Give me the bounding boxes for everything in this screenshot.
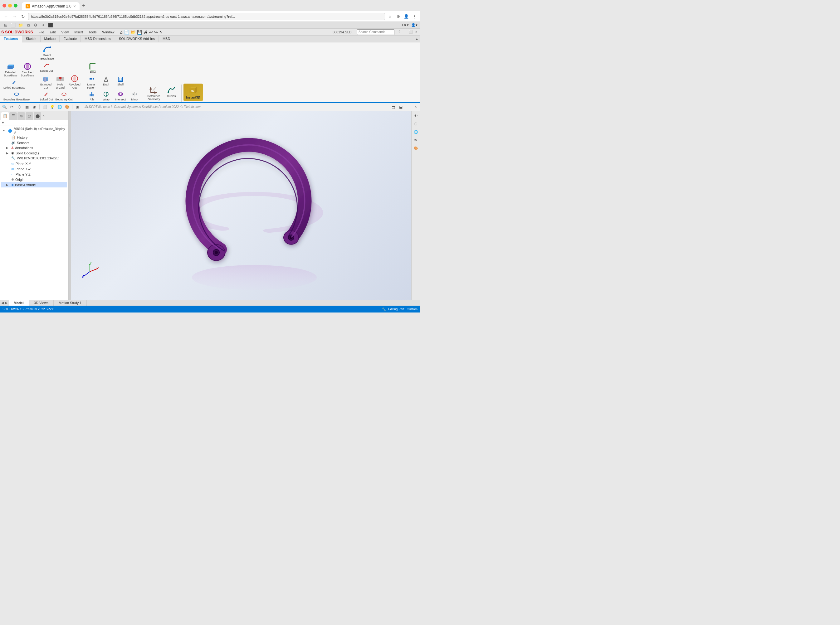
sw-close-btn[interactable]: × <box>414 30 419 35</box>
extruded-cut-btn[interactable]: ExtrudedCut <box>39 74 53 90</box>
viewport[interactable]: X Y Z <box>71 111 411 300</box>
tree-tab-features[interactable]: 📋 <box>1 112 9 120</box>
view-color-icon[interactable]: 🎨 <box>64 104 70 110</box>
command-search-input[interactable] <box>357 29 394 35</box>
os-settings-icon[interactable]: ⚙ <box>33 22 39 28</box>
view-section-icon[interactable]: ✂ <box>9 104 15 110</box>
nav-next-btn[interactable]: ▶ <box>5 301 8 305</box>
bookmark-icon[interactable]: ☆ <box>387 13 393 20</box>
tree-item-annotations[interactable]: ▶ A Annotations <box>1 145 67 150</box>
tab-3d-views[interactable]: 3D Views <box>29 300 54 306</box>
boundary-cut-btn[interactable]: Boundary Cut <box>55 90 74 102</box>
view-render-icon[interactable]: ◉ <box>31 104 37 110</box>
tab-evaluate[interactable]: Evaluate <box>59 36 81 42</box>
tab-close-btn[interactable]: × <box>73 4 76 8</box>
right-panel-hide-btn[interactable]: 👁 <box>413 137 419 143</box>
minimize-window-btn[interactable] <box>8 4 12 8</box>
tree-item-pw110[interactable]: 🔧 PW110:Mi:0:0:C1:0:1:2:Re:26: <box>1 155 67 161</box>
view-scene-icon[interactable]: 🌐 <box>56 104 63 110</box>
mirror-btn[interactable]: Mirror <box>128 90 142 102</box>
instant3d-btn[interactable]: 3D Instant3D <box>184 84 203 101</box>
reload-btn[interactable]: ↻ <box>20 13 26 20</box>
toolbar-print-icon[interactable]: 🖨 <box>143 30 148 35</box>
reference-geometry-btn[interactable]: ReferenceGeometry <box>146 85 162 102</box>
lofted-boss-base-btn[interactable]: Lofted Boss/Base <box>3 79 26 90</box>
right-panel-edit-btn[interactable]: 🎨 <box>413 145 419 152</box>
active-tab[interactable]: A Amazon AppStream 2.0 × <box>22 2 79 10</box>
menu-file[interactable]: File <box>36 30 47 35</box>
view-light-icon[interactable]: 💡 <box>49 104 55 110</box>
view-filter-icon[interactable]: ▦ <box>24 104 30 110</box>
nav-prev-btn[interactable]: ◀ <box>1 301 4 305</box>
new-tab-btn[interactable]: + <box>81 1 87 10</box>
ribbon-collapse-btn[interactable]: ▲ <box>415 37 419 41</box>
revolved-cut-btn[interactable]: RevolvedCut <box>68 74 81 90</box>
tab-solidworks-addins[interactable]: SOLIDWORKS Add-Ins <box>115 36 159 42</box>
tree-document-root[interactable]: ▼ 🔷 308194 (Default) <<Default>_Display … <box>1 127 67 135</box>
view-expand-icon[interactable]: ⬒ <box>390 104 396 110</box>
hole-wizard-btn[interactable]: HoleWizard <box>53 74 67 90</box>
address-bar[interactable] <box>28 13 385 20</box>
sw-minimize-btn[interactable]: − <box>402 30 408 35</box>
menu-view[interactable]: View <box>59 30 72 35</box>
extruded-boss-base-btn[interactable]: ExtrudedBoss/Base <box>3 61 19 78</box>
toolbar-new-icon[interactable]: 📄 <box>124 30 129 35</box>
sw-maximize-btn[interactable]: ⬜ <box>408 30 413 35</box>
toolbar-home-icon[interactable]: ⌂ <box>120 30 123 35</box>
close-window-btn[interactable] <box>3 4 6 8</box>
tree-item-history[interactable]: 📋 History <box>1 135 67 140</box>
tree-item-plane-xy[interactable]: ▭ Plane X-Y <box>1 161 67 166</box>
menu-tools[interactable]: Tools <box>86 30 99 35</box>
sw-help-icon[interactable]: ? <box>397 30 402 35</box>
tree-tab-more[interactable]: › <box>42 112 46 120</box>
tree-tab-display[interactable]: ◎ <box>26 112 33 120</box>
tree-item-origin[interactable]: ⊕ Origin <box>1 177 67 182</box>
view-minimize-icon[interactable]: − <box>405 104 411 110</box>
tree-item-plane-xz[interactable]: ▭ Plane X-Z <box>1 166 67 171</box>
view-split-icon[interactable]: ⬓ <box>397 104 404 110</box>
right-panel-display-btn[interactable]: ⬡ <box>413 120 419 127</box>
tab-sketch[interactable]: Sketch <box>22 36 41 42</box>
settings-icon[interactable]: ⋮ <box>411 13 418 20</box>
toolbar-open-icon[interactable]: 📂 <box>131 30 136 35</box>
os-monitor-icon[interactable]: ⬛ <box>47 22 54 28</box>
lofted-cut-btn[interactable]: Lofted Cut <box>39 90 54 102</box>
right-panel-view-btn[interactable]: 👁 <box>413 112 419 119</box>
swept-boss-base-btn[interactable]: SweptBoss/Base <box>39 44 55 61</box>
tab-mbd[interactable]: MBD <box>159 36 174 42</box>
linear-pattern-btn[interactable]: LinearPattern <box>85 75 98 90</box>
tree-tab-property[interactable]: ☰ <box>9 112 17 120</box>
toolbar-redo-icon[interactable]: ↪ <box>154 30 158 35</box>
view-display-icon[interactable]: ⬡ <box>16 104 22 110</box>
tree-item-sensors[interactable]: 🔊 Sensors <box>1 140 67 145</box>
os-window-icon[interactable]: ⬜ <box>10 22 16 28</box>
maximize-window-btn[interactable] <box>14 4 17 8</box>
toolbar-select-icon[interactable]: ↖ <box>159 30 163 35</box>
panel-collapse-handle[interactable]: ⋮ <box>69 111 71 300</box>
swept-cut-btn[interactable]: Swept Cut <box>39 62 54 73</box>
right-panel-scene-btn[interactable]: 🌐 <box>413 129 419 135</box>
extensions-icon[interactable]: ⊕ <box>395 13 401 20</box>
shell-btn[interactable]: Shell <box>114 75 127 90</box>
tree-tab-config[interactable]: ⊕ <box>17 112 25 120</box>
forward-btn[interactable]: → <box>11 13 18 20</box>
view-3d-icon[interactable]: ⬜ <box>42 104 48 110</box>
os-user-icon[interactable]: 👤▾ <box>411 23 418 27</box>
rib-btn[interactable]: Rib <box>85 90 98 102</box>
tree-item-base-extrude[interactable]: ▶ ◈ Base-Extrude <box>1 182 67 187</box>
menu-edit[interactable]: Edit <box>47 30 58 35</box>
os-snap-icon[interactable]: ✦ <box>40 22 46 28</box>
fillet-btn[interactable]: Fillet <box>85 61 101 75</box>
tree-tab-appearance[interactable]: ⬤ <box>34 112 41 120</box>
toolbar-undo-icon[interactable]: ↩ <box>149 30 153 35</box>
toolbar-save-icon[interactable]: 💾 <box>137 30 142 35</box>
menu-window[interactable]: Window <box>100 30 117 35</box>
revolved-boss-base-btn[interactable]: RevolvedBoss/Base <box>19 61 36 78</box>
tab-model[interactable]: Model <box>9 300 29 306</box>
tree-item-plane-yz[interactable]: ▭ Plane Y-Z <box>1 171 67 177</box>
os-folder-icon[interactable]: 📁 <box>17 22 24 28</box>
os-grid-icon[interactable]: ⊞ <box>3 22 9 28</box>
profile-icon[interactable]: 👤 <box>403 13 409 20</box>
boundary-boss-base-btn[interactable]: Boundary Boss/Base <box>3 90 31 102</box>
os-copy-icon[interactable]: ⧉ <box>25 22 31 28</box>
